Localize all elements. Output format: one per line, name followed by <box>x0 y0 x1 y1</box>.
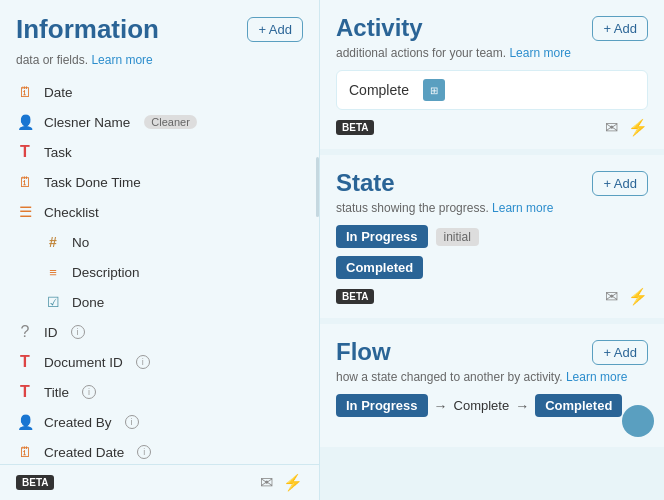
activity-add-button[interactable]: + Add <box>592 16 648 41</box>
flow-section-header: Flow + Add <box>336 338 648 366</box>
field-list: 🗓 Date 👤 Clesner Name Cleaner T Task 🗓 T… <box>0 77 316 464</box>
left-panel-subtitle: data or fields. Learn more <box>0 51 319 77</box>
state-section-title: State <box>336 169 395 197</box>
right-panel: Activity + Add additional actions for yo… <box>320 0 664 500</box>
info-icon-created-by: i <box>125 415 139 429</box>
state-section-subtitle: status showing the progress. Learn more <box>336 201 648 215</box>
left-footer-icons: ✉ ⚡ <box>260 473 303 492</box>
left-panel: Information + Add data or fields. Learn … <box>0 0 320 500</box>
email-icon[interactable]: ✉ <box>260 473 273 492</box>
field-date-label: Date <box>44 85 73 100</box>
left-panel-learn-more[interactable]: Learn more <box>91 53 152 67</box>
calendar-icon: 🗓 <box>16 83 34 101</box>
field-description[interactable]: ≡ Description <box>0 257 316 287</box>
field-document-id-label: Document ID <box>44 355 123 370</box>
state-beta-badge: BETA <box>336 289 374 304</box>
activity-complete-icon: ⊞ <box>423 79 445 101</box>
user-icon-created-by: 👤 <box>16 413 34 431</box>
activity-footer-icons: ✉ ⚡ <box>605 118 648 137</box>
field-done[interactable]: ☑ Done <box>0 287 316 317</box>
activity-bolt-icon[interactable]: ⚡ <box>628 118 648 137</box>
activity-complete-row: Complete ⊞ <box>349 79 445 101</box>
left-panel-header: Information + Add <box>0 0 319 51</box>
field-date[interactable]: 🗓 Date <box>0 77 316 107</box>
activity-section-footer: BETA ✉ ⚡ <box>336 118 648 137</box>
cleaner-tag: Cleaner <box>144 115 197 129</box>
state-in-progress-item[interactable]: In Progress initial <box>336 225 648 248</box>
field-description-label: Description <box>72 265 140 280</box>
activity-complete-item[interactable]: Complete ⊞ <box>336 70 648 110</box>
field-id[interactable]: ? ID i <box>0 317 316 347</box>
left-scroll-area: 🗓 Date 👤 Clesner Name Cleaner T Task 🗓 T… <box>0 77 319 464</box>
flow-completed-badge: Completed <box>535 394 622 417</box>
field-created-by[interactable]: 👤 Created By i <box>0 407 316 437</box>
state-section: State + Add status showing the progress.… <box>320 155 664 324</box>
flow-complete-label: Complete <box>454 398 510 413</box>
field-created-date[interactable]: 🗓 Created Date i <box>0 437 316 464</box>
left-panel-add-button[interactable]: + Add <box>247 17 303 42</box>
bolt-icon[interactable]: ⚡ <box>283 473 303 492</box>
check-icon-done: ☑ <box>44 293 62 311</box>
list-icon-checklist: ☰ <box>16 203 34 221</box>
text-icon-docid: T <box>16 353 34 371</box>
field-id-label: ID <box>44 325 58 340</box>
info-icon-id: i <box>71 325 85 339</box>
flow-learn-more[interactable]: Learn more <box>566 370 627 384</box>
scrollbar[interactable] <box>316 157 319 217</box>
field-task[interactable]: T Task <box>0 137 316 167</box>
flow-arrow-1: → <box>434 398 448 414</box>
calendar-icon-created-date: 🗓 <box>16 443 34 461</box>
field-task-label: Task <box>44 145 72 160</box>
flow-add-button[interactable]: + Add <box>592 340 648 365</box>
text-icon-title: T <box>16 383 34 401</box>
activity-learn-more[interactable]: Learn more <box>509 46 570 60</box>
state-completed-item[interactable]: Completed <box>336 256 648 279</box>
state-bolt-icon[interactable]: ⚡ <box>628 287 648 306</box>
avatar <box>622 405 654 437</box>
field-task-done-time[interactable]: 🗓 Task Done Time <box>0 167 316 197</box>
activity-section-header: Activity + Add <box>336 14 648 42</box>
state-section-footer: BETA ✉ ⚡ <box>336 287 648 306</box>
left-panel-footer: BETA ✉ ⚡ <box>0 464 319 500</box>
activity-section-title: Activity <box>336 14 423 42</box>
hash-icon-no: # <box>44 233 62 251</box>
activity-section: Activity + Add additional actions for yo… <box>320 0 664 155</box>
field-checklist-label: Checklist <box>44 205 99 220</box>
user-icon-cleaner: 👤 <box>16 113 34 131</box>
text-icon-task: T <box>16 143 34 161</box>
activity-email-icon[interactable]: ✉ <box>605 118 618 137</box>
flow-sequence-item[interactable]: In Progress → Complete → Completed <box>336 394 648 417</box>
field-checklist[interactable]: ☰ Checklist <box>0 197 316 227</box>
field-no[interactable]: # No <box>0 227 316 257</box>
flow-in-progress-badge: In Progress <box>336 394 428 417</box>
activity-section-subtitle: additional actions for your team. Learn … <box>336 46 648 60</box>
left-panel-title: Information <box>16 14 159 45</box>
info-icon-docid: i <box>136 355 150 369</box>
field-done-label: Done <box>72 295 104 310</box>
field-created-by-label: Created By <box>44 415 112 430</box>
field-task-done-time-label: Task Done Time <box>44 175 141 190</box>
field-title-label: Title <box>44 385 69 400</box>
field-no-label: No <box>72 235 89 250</box>
left-beta-badge: BETA <box>16 475 54 490</box>
state-initial-tag: initial <box>436 228 479 246</box>
flow-section-title: Flow <box>336 338 391 366</box>
field-cleaner-name-label: Clesner Name <box>44 115 130 130</box>
state-add-button[interactable]: + Add <box>592 171 648 196</box>
flow-section: Flow + Add how a state changed to anothe… <box>320 324 664 453</box>
info-icon-title: i <box>82 385 96 399</box>
flow-arrow-2: → <box>515 398 529 414</box>
flow-section-subtitle: how a state changed to another by activi… <box>336 370 648 384</box>
state-section-header: State + Add <box>336 169 648 197</box>
state-email-icon[interactable]: ✉ <box>605 287 618 306</box>
field-cleaner-name[interactable]: 👤 Clesner Name Cleaner <box>0 107 316 137</box>
list-icon-desc: ≡ <box>44 263 62 281</box>
field-document-id[interactable]: T Document ID i <box>0 347 316 377</box>
field-title[interactable]: T Title i <box>0 377 316 407</box>
calendar-icon-task-done: 🗓 <box>16 173 34 191</box>
state-completed-badge: Completed <box>336 256 423 279</box>
state-footer-icons: ✉ ⚡ <box>605 287 648 306</box>
activity-beta-badge: BETA <box>336 120 374 135</box>
state-learn-more[interactable]: Learn more <box>492 201 553 215</box>
activity-complete-label: Complete <box>349 82 409 98</box>
